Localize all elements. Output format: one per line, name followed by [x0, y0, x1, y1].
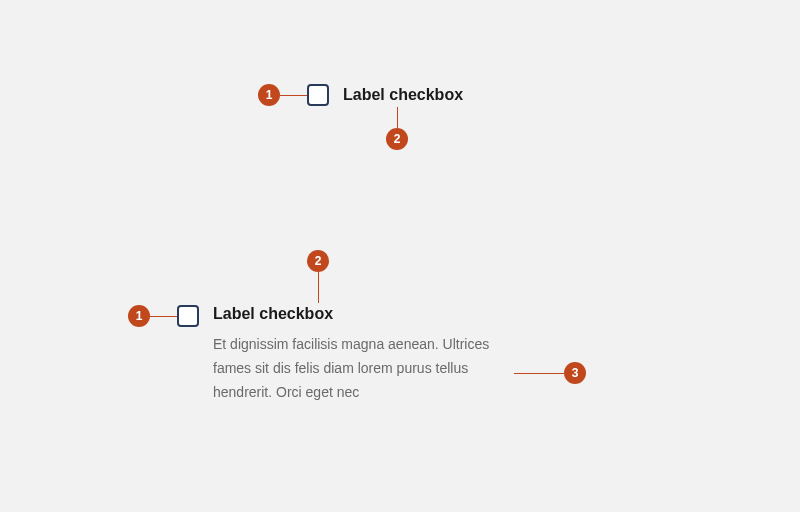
- annotation-badge-3: 3: [564, 362, 586, 384]
- annotation-leader: [280, 95, 307, 96]
- checkbox-input[interactable]: [307, 84, 329, 106]
- annotation-leader: [397, 107, 398, 128]
- annotation-badge-1: 1: [128, 305, 150, 327]
- checkbox-input[interactable]: [177, 305, 199, 327]
- annotation-leader: [514, 373, 564, 374]
- annotation-badge-2: 2: [386, 128, 408, 150]
- annotation-leader: [318, 272, 319, 303]
- checkbox-helper-text: Et dignissim facilisis magna aenean. Ult…: [213, 333, 523, 404]
- annotation-badge-1: 1: [258, 84, 280, 106]
- annotation-leader: [150, 316, 177, 317]
- checkbox-label: Label checkbox: [343, 86, 463, 104]
- checkbox-example-2: Label checkbox Et dignissim facilisis ma…: [177, 305, 523, 404]
- checkbox-label: Label checkbox: [213, 305, 523, 323]
- checkbox-example-1: Label checkbox: [307, 84, 463, 106]
- annotation-badge-2: 2: [307, 250, 329, 272]
